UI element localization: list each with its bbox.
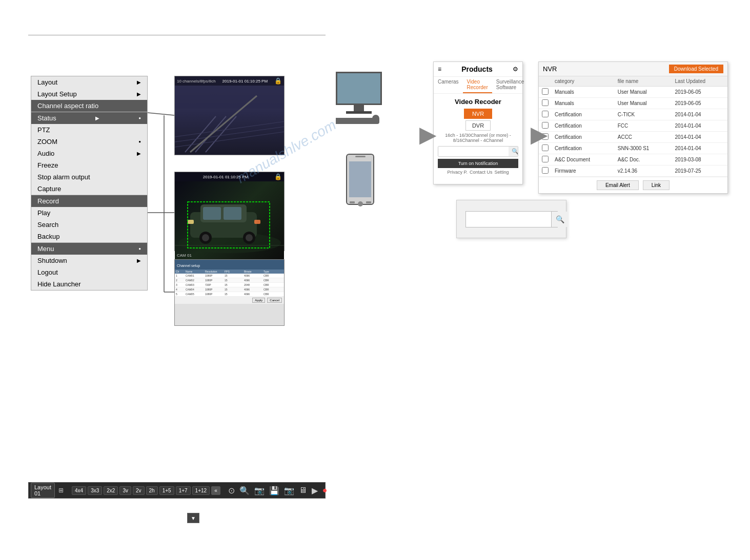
td-res3: 720P	[205, 283, 225, 286]
menu-item-label: Audio	[37, 150, 54, 157]
cell-filename-5: SNN-3000 S1	[615, 143, 672, 154]
table-row-1: 1 CAM01 1080P 15 4096 CBR	[175, 274, 284, 278]
layout-btn-1plus12[interactable]: 1+12	[192, 486, 210, 495]
th-name: Name	[186, 270, 205, 273]
layout-btn-2h[interactable]: 2h	[146, 486, 158, 495]
menu-item-audio[interactable]: Audio▶	[31, 148, 147, 159]
table-ok-btn[interactable]: Apply	[252, 298, 265, 303]
row-checkbox-6[interactable]	[542, 156, 549, 162]
submenu-arrow-icon: ▶	[95, 115, 99, 121]
layout-btn-1plus7[interactable]: 1+7	[176, 486, 191, 495]
cell-filename-0: User Manual	[615, 87, 672, 98]
toolbar-btn-save[interactable]: 💾	[268, 485, 281, 496]
menu-item-menu[interactable]: Menu●	[31, 242, 147, 255]
dvr-button[interactable]: DVR	[465, 120, 491, 131]
table-preview-content: Ch Name Resolution FPS Bitrate Type 1 CA…	[175, 269, 284, 297]
layout-btn-2v[interactable]: 2v	[133, 486, 145, 495]
products-search-btn[interactable]: 🔍	[509, 147, 518, 156]
phone-nav-left	[350, 201, 355, 203]
download-selected-button[interactable]: Download Selected	[669, 65, 723, 73]
car-scene: CAM 01	[175, 181, 284, 260]
layout-btn-chevron[interactable]: «	[211, 486, 220, 495]
menu-item-layout[interactable]: Layout▶	[31, 76, 147, 88]
table-cancel-btn[interactable]: Cancel	[267, 298, 282, 303]
toolbar-btn-camera2[interactable]: 📷	[282, 485, 296, 496]
table-row: Certification FCC 2014-01-04	[539, 120, 727, 132]
menu-item-freeze[interactable]: Freeze	[31, 159, 147, 171]
link-button[interactable]: Link	[643, 180, 670, 190]
table-col-headers: Ch Name Resolution FPS Bitrate Type	[175, 269, 284, 274]
td-type4: CBR	[263, 288, 283, 291]
footer-contact[interactable]: Contact Us	[470, 170, 493, 175]
layout-btn-3v[interactable]: 3v	[119, 486, 131, 495]
cell-category-2: Certification	[552, 109, 615, 120]
td-type5: CBR	[263, 293, 283, 296]
menu-item-zoom[interactable]: ZOOM●	[31, 136, 147, 148]
td-name2: CAM02	[186, 279, 205, 282]
menu-item-stop-alarm-output[interactable]: Stop alarm output	[31, 171, 147, 183]
menu-item-layout-setup[interactable]: Layout Setup▶	[31, 88, 147, 100]
menu-item-backup[interactable]: Backup	[31, 231, 147, 242]
menu-item-record[interactable]: Record	[31, 195, 147, 207]
tab-cameras[interactable]: Cameras	[434, 77, 463, 93]
footer-privacy[interactable]: Privacy P.	[448, 170, 468, 175]
menu-item-label: Capture	[37, 185, 61, 193]
monitor	[336, 72, 382, 105]
row-checkbox-1[interactable]	[542, 99, 549, 106]
toolbar-btn-play[interactable]: ▶	[310, 485, 319, 496]
phone-nav-center	[358, 201, 363, 206]
td-fps2: 15	[225, 279, 244, 282]
td-res5: 1080P	[205, 293, 225, 296]
td-bitrate2: 4096	[244, 279, 263, 282]
menu-item-status[interactable]: Status▶●	[31, 112, 147, 124]
layout-btn-1plus5[interactable]: 1+5	[159, 486, 174, 495]
notification-button[interactable]: Turn on Notification	[438, 159, 518, 168]
menu-item-capture[interactable]: Capture	[31, 183, 147, 195]
svg-point-16	[246, 234, 253, 241]
menu-item-logout[interactable]: Logout	[31, 266, 147, 278]
menu-item-shutdown[interactable]: Shutdown▶	[31, 255, 147, 266]
tab-video-recorder[interactable]: Video Recorder	[463, 77, 492, 93]
cell-filename-4: ACCC	[615, 132, 672, 143]
car-scene-svg	[175, 181, 284, 260]
email-alert-button[interactable]: Email Alert	[597, 180, 639, 190]
products-search-input[interactable]	[438, 147, 509, 156]
toolbar-btn-circle[interactable]: ⊙	[227, 485, 236, 496]
toolbar-btn-search[interactable]: 🔍	[238, 485, 251, 496]
row-checkbox-7[interactable]	[542, 167, 549, 174]
cell-date-1: 2019-06-05	[672, 98, 727, 109]
tab-surveillance-software[interactable]: Surveillance Software	[492, 77, 528, 93]
nvr-button[interactable]: NVR	[464, 109, 492, 119]
menu-item-channel-aspect-ratio[interactable]: Channel aspect ratio	[31, 100, 147, 112]
footer-setting[interactable]: Setting	[494, 170, 509, 175]
hamburger-icon[interactable]: ≡	[438, 66, 441, 73]
toolbar-btn-red[interactable]: ●	[321, 485, 329, 495]
td-bitrate1: 4096	[244, 274, 263, 277]
td-name1: CAM01	[186, 274, 205, 277]
toolbar-btn-monitor[interactable]: 🖥	[297, 485, 309, 495]
toolbar-btn-camera[interactable]: 📷	[253, 485, 266, 496]
settings-icon[interactable]: ⚙	[513, 66, 518, 73]
table-row-3: 3 CAM03 720P 15 2048 CBR	[175, 283, 284, 287]
layout-btn-3x3[interactable]: 3x3	[88, 486, 102, 495]
cell-filename-7: v2.14.36	[615, 165, 672, 177]
camera-preview-3: Channel setup Ch Name Resolution FPS Bit…	[174, 259, 285, 326]
td-ch1: 1	[176, 274, 186, 277]
table-row: A&C Document A&C Doc. 2019-03-08	[539, 154, 727, 165]
row-checkbox-0[interactable]	[542, 88, 549, 95]
layout-btn-4x4[interactable]: 4x4	[72, 486, 86, 495]
menu-item-label: Menu	[37, 245, 54, 253]
svg-rect-12	[224, 207, 241, 220]
toolbar-icon-btn-grid[interactable]: ⊞	[56, 486, 66, 495]
menu-item-label: Logout	[37, 268, 58, 276]
layout-btn-2x2[interactable]: 2x2	[104, 486, 118, 495]
large-search-input[interactable]	[466, 212, 551, 227]
row-checkbox-2[interactable]	[542, 111, 549, 117]
menu-item-play[interactable]: Play	[31, 207, 147, 219]
menu-item-search[interactable]: Search	[31, 219, 147, 231]
large-search-box: 🔍	[456, 200, 566, 238]
cell-date-2: 2014-01-04	[672, 109, 727, 120]
large-search-button[interactable]: 🔍	[551, 212, 569, 227]
menu-item-hide-launcher[interactable]: Hide Launcher	[31, 278, 147, 290]
menu-item-ptz[interactable]: PTZ	[31, 124, 147, 136]
